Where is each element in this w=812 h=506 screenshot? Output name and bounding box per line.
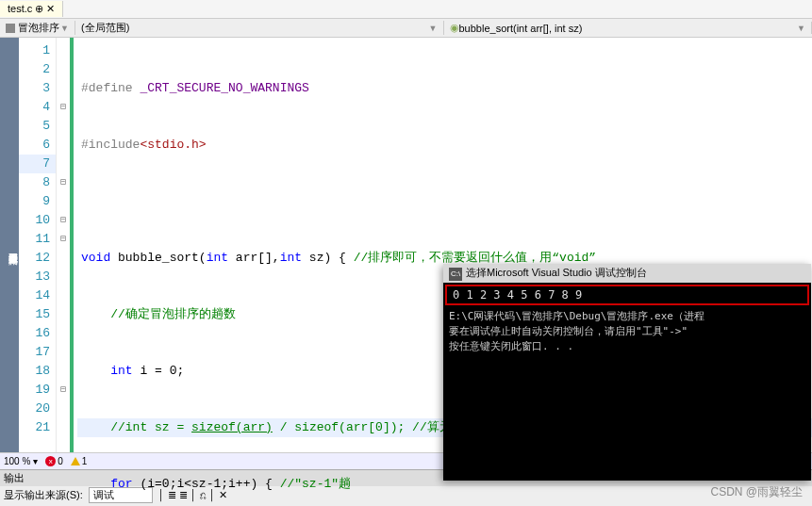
debug-console-window[interactable]: C:\选择Microsoft Visual Studio 调试控制台 0 1 2… <box>443 264 811 481</box>
side-toolbox[interactable]: 服务器资源管理器 工具箱 <box>0 38 19 452</box>
code-line <box>77 192 812 211</box>
console-output-highlight: 0 1 2 3 4 5 6 7 8 9 <box>445 285 809 305</box>
chevron-down-icon: ▼ <box>797 24 805 33</box>
file-tab[interactable]: test.c ⊕ ✕ <box>0 1 63 17</box>
zoom-select[interactable]: 100 % ▾ <box>4 456 38 466</box>
scope-selector[interactable]: (全局范围)▼ <box>75 21 444 35</box>
nav-bar: 冒泡排序▼ (全局范围)▼ ◉ bubble_sort(int arr[], i… <box>0 19 812 38</box>
pin-icon[interactable]: ⊕ <box>35 3 43 14</box>
output-source-label: 显示输出来源(S): <box>4 488 83 502</box>
code-line: #define _CRT_SECURE_NO_WARNINGS <box>77 79 812 98</box>
method-icon: ◉ <box>450 22 459 34</box>
chevron-down-icon: ▼ <box>60 24 69 33</box>
console-body: E:\C网课代码\冒泡排序\Debug\冒泡排序.exe（进程 要在调试停止时自… <box>443 307 811 356</box>
member-selector[interactable]: ◉ bubble_sort(int arr[], int sz)▼ <box>444 22 813 34</box>
error-count[interactable]: x0 <box>45 456 63 466</box>
error-icon: x <box>45 456 56 466</box>
code-line: #include<stdio.h> <box>77 136 812 155</box>
console-titlebar[interactable]: C:\选择Microsoft Visual Studio 调试控制台 <box>443 264 811 283</box>
project-selector[interactable]: 冒泡排序▼ <box>0 21 75 35</box>
line-gutter: 123456789101112131415161718192021 <box>19 38 57 452</box>
watermark: CSDN @雨翼轻尘 <box>710 484 803 500</box>
change-bar <box>70 38 74 452</box>
fold-column[interactable]: ⊟⊟⊟⊟⊟ <box>57 38 70 452</box>
close-icon[interactable]: ✕ <box>46 3 55 14</box>
tab-bar: test.c ⊕ ✕ <box>0 0 812 19</box>
console-icon: C:\ <box>449 268 462 281</box>
chevron-down-icon: ▼ <box>429 24 438 33</box>
